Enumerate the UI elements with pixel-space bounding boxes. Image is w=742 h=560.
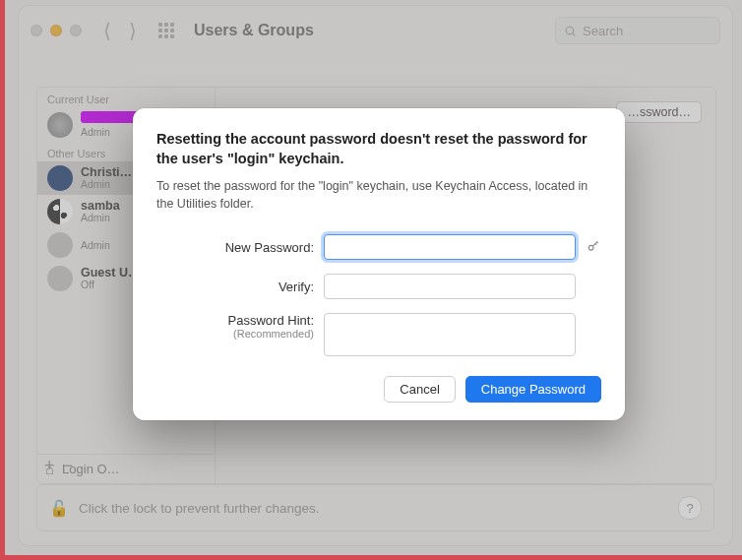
reset-password-button[interactable]: …ssword… xyxy=(616,101,702,123)
window-title: Users & Groups xyxy=(194,22,314,39)
verify-password-input[interactable] xyxy=(324,274,576,299)
search-placeholder: Search xyxy=(583,24,623,38)
zoom-dot[interactable] xyxy=(70,25,82,36)
new-password-label: New Password: xyxy=(156,240,314,255)
svg-point-2 xyxy=(588,245,593,250)
reset-password-dialog: Resetting the account password doesn't r… xyxy=(133,108,625,420)
user-role: Off xyxy=(81,280,140,291)
user-role: Admin xyxy=(81,179,132,191)
add-remove-controls: + − xyxy=(36,452,81,480)
password-key-icon[interactable] xyxy=(586,239,601,256)
window-toolbar: ⟨ ⟩ Users & Groups Search xyxy=(19,6,732,55)
avatar xyxy=(47,266,73,291)
svg-line-1 xyxy=(573,33,575,35)
search-field[interactable]: Search xyxy=(555,17,720,44)
user-name: Guest U… xyxy=(81,267,140,280)
avatar xyxy=(47,165,73,191)
avatar xyxy=(47,199,73,224)
close-dot[interactable] xyxy=(31,25,42,36)
user-name: Christi… xyxy=(81,166,132,180)
back-icon[interactable]: ⟨ xyxy=(99,19,115,42)
lock-footer: 🔓 Click the lock to prevent further chan… xyxy=(36,484,714,531)
change-password-button[interactable]: Change Password xyxy=(465,376,601,403)
help-button[interactable]: ? xyxy=(678,496,702,520)
section-current-user: Current User xyxy=(37,88,215,107)
password-hint-label: Password Hint: (Recommended) xyxy=(156,313,314,340)
add-user-button[interactable]: + xyxy=(44,456,55,476)
user-role: Admin xyxy=(81,240,110,252)
dialog-subtext: To reset the password for the "login" ke… xyxy=(156,178,601,213)
avatar xyxy=(47,232,73,258)
show-all-icon[interactable] xyxy=(158,23,174,38)
lock-text: Click the lock to prevent further change… xyxy=(79,501,320,516)
remove-user-button[interactable]: − xyxy=(63,456,74,476)
new-password-input[interactable] xyxy=(324,234,576,260)
user-name: samba xyxy=(81,200,120,214)
search-icon xyxy=(564,25,577,37)
minimize-dot[interactable] xyxy=(50,25,62,36)
forward-icon[interactable]: ⟩ xyxy=(125,19,141,42)
password-hint-input[interactable] xyxy=(324,313,576,356)
avatar xyxy=(47,112,73,138)
dialog-heading: Resetting the account password doesn't r… xyxy=(156,130,601,168)
verify-label: Verify: xyxy=(156,280,314,294)
svg-point-0 xyxy=(566,27,574,34)
cancel-button[interactable]: Cancel xyxy=(384,376,455,403)
user-role: Admin xyxy=(81,213,120,224)
traffic-lights xyxy=(31,25,82,36)
lock-icon[interactable]: 🔓 xyxy=(49,499,69,518)
